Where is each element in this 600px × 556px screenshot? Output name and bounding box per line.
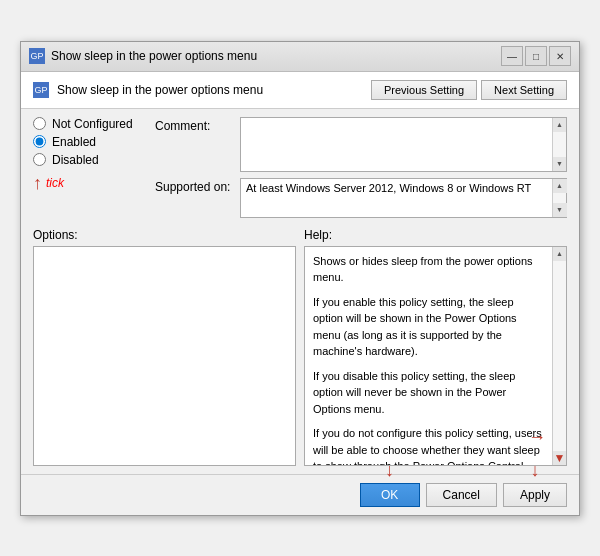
help-arrow-indicator: → [528, 424, 546, 451]
previous-setting-button[interactable]: Previous Setting [371, 80, 477, 100]
supported-scroll-up[interactable]: ▲ [553, 179, 567, 193]
tick-label: tick [46, 176, 64, 190]
comment-label: Comment: [155, 117, 240, 133]
comment-textarea[interactable]: ▲ ▼ [240, 117, 567, 172]
next-setting-button[interactable]: Next Setting [481, 80, 567, 100]
radio-enabled-label: Enabled [52, 135, 96, 149]
help-box: Shows or hides sleep from the power opti… [304, 246, 567, 466]
radio-not-configured-label: Not Configured [52, 117, 133, 131]
comment-row: Comment: ▲ ▼ [155, 117, 567, 172]
help-label: Help: [304, 228, 567, 242]
help-scroll-track [553, 261, 566, 451]
tick-arrow: ↑ [33, 173, 42, 194]
header-bar: GP Show sleep in the power options menu … [21, 72, 579, 109]
ok-arrow: ↓ [385, 460, 394, 481]
supported-box: At least Windows Server 2012, Windows 8 … [240, 178, 567, 218]
help-para-1: Shows or hides sleep from the power opti… [313, 253, 546, 286]
help-para-4: If you do not configure this policy sett… [313, 425, 546, 466]
help-scrollbar: ▲ ▼ [552, 247, 566, 465]
help-para-3: If you disable this policy setting, the … [313, 368, 546, 418]
supported-scroll-track [553, 193, 566, 203]
supported-row: Supported on: At least Windows Server 20… [155, 178, 567, 218]
title-bar: GP Show sleep in the power options menu … [21, 42, 579, 72]
comment-scrollbar: ▲ ▼ [552, 118, 566, 171]
help-scroll-up[interactable]: ▲ [553, 247, 567, 261]
radio-disabled-label: Disabled [52, 153, 99, 167]
apply-container: ↓ Apply [503, 483, 567, 507]
help-scroll-down[interactable]: ▼ [553, 451, 567, 465]
content-area: Not Configured Enabled Disabled ↑ tick [21, 109, 579, 474]
supported-scroll-down[interactable]: ▼ [553, 203, 567, 217]
comment-scroll-up[interactable]: ▲ [553, 118, 567, 132]
radio-panel: Not Configured Enabled Disabled ↑ tick [33, 117, 143, 224]
radio-enabled[interactable]: Enabled [33, 135, 143, 149]
comment-scroll-down[interactable]: ▼ [553, 157, 567, 171]
radio-not-configured[interactable]: Not Configured [33, 117, 143, 131]
header-title-area: GP Show sleep in the power options menu [33, 82, 263, 98]
supported-scrollbar: ▲ ▼ [552, 179, 566, 217]
header-title-text: Show sleep in the power options menu [57, 83, 263, 97]
window-title: Show sleep in the power options menu [51, 49, 501, 63]
supported-label: Supported on: [155, 178, 240, 194]
radio-disabled-input[interactable] [33, 153, 46, 166]
navigation-buttons: Previous Setting Next Setting [371, 80, 567, 100]
radio-not-configured-input[interactable] [33, 117, 46, 130]
options-section: Options: [33, 228, 296, 466]
radio-enabled-input[interactable] [33, 135, 46, 148]
radio-disabled[interactable]: Disabled [33, 153, 143, 167]
apply-arrow: ↓ [530, 460, 539, 481]
apply-button[interactable]: Apply [503, 483, 567, 507]
options-box[interactable] [33, 246, 296, 466]
ok-container: ↓ OK [360, 483, 420, 507]
help-para-2: If you enable this policy setting, the s… [313, 294, 546, 360]
radio-group: Not Configured Enabled Disabled ↑ tick [33, 117, 143, 194]
header-icon: GP [33, 82, 49, 98]
ok-button[interactable]: OK [360, 483, 420, 507]
help-section: Help: Shows or hides sleep from the powe… [304, 228, 567, 466]
window-controls: — □ ✕ [501, 46, 571, 66]
right-panel: Comment: ▲ ▼ Supported on: At least Wind… [155, 117, 567, 224]
comment-scroll-track [553, 132, 566, 157]
bottom-bar: ↓ OK Cancel ↓ Apply [21, 474, 579, 515]
supported-value: At least Windows Server 2012, Windows 8 … [246, 182, 547, 194]
cancel-button[interactable]: Cancel [426, 483, 497, 507]
maximize-button[interactable]: □ [525, 46, 547, 66]
minimize-button[interactable]: — [501, 46, 523, 66]
options-help-area: Options: Help: Shows or hides sleep from… [33, 228, 567, 466]
window-icon: GP [29, 48, 45, 64]
close-button[interactable]: ✕ [549, 46, 571, 66]
main-window: GP Show sleep in the power options menu … [20, 41, 580, 516]
options-label: Options: [33, 228, 296, 242]
